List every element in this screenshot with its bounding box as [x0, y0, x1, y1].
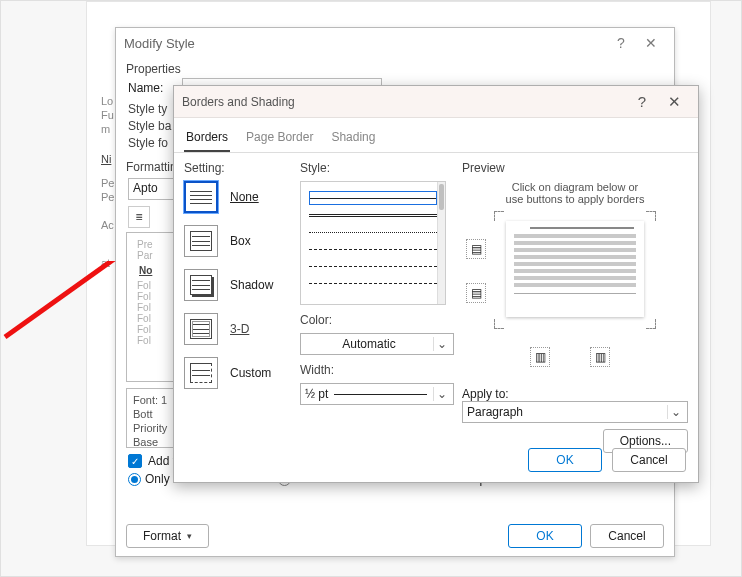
style-label: Style:	[300, 161, 454, 175]
format-button[interactable]: Format	[126, 524, 209, 548]
ok-button[interactable]: OK	[528, 448, 602, 472]
setting-none-icon[interactable]	[184, 181, 218, 213]
color-combo[interactable]: Automatic ⌄	[300, 333, 454, 355]
setting-none-label[interactable]: None	[230, 190, 259, 204]
bg-text: Lo	[101, 95, 113, 107]
corner-marker	[494, 319, 504, 329]
bg-text: at	[101, 257, 110, 269]
preview-label: Preview	[462, 161, 688, 175]
screenshot-root: Lo Fu m Ni Pe Pe Ac at Modify Style ? ✕ …	[0, 0, 742, 577]
color-value: Automatic	[305, 337, 433, 351]
chevron-down-icon: ⌄	[433, 387, 449, 401]
apply-to-combo[interactable]: Paragraph ⌄	[462, 401, 688, 423]
close-icon[interactable]: ✕	[636, 35, 666, 51]
setting-box-label[interactable]: Box	[230, 234, 251, 248]
bg-text: Fu	[101, 109, 114, 121]
bs-tabs: Borders Page Border Shading	[174, 118, 698, 153]
corner-marker	[646, 319, 656, 329]
style-scrollbar[interactable]	[437, 182, 445, 304]
chevron-down-icon: ⌄	[433, 337, 449, 351]
width-label: Width:	[300, 363, 454, 377]
style-list[interactable]	[300, 181, 446, 305]
chevron-down-icon: ⌄	[667, 405, 683, 419]
add-to-gallery-checkbox[interactable]: ✓	[128, 454, 142, 468]
preview-paragraph	[506, 221, 644, 317]
bs-title: Borders and Shading	[182, 95, 626, 109]
setting-3d-label[interactable]: 3-D	[230, 322, 249, 336]
tab-page-border[interactable]: Page Border	[244, 126, 315, 152]
help-button[interactable]: ?	[606, 35, 636, 51]
border-bottom-button[interactable]: ▤	[466, 283, 486, 303]
apply-to-label: Apply to:	[462, 387, 509, 401]
add-to-gallery-label: Add t	[148, 454, 176, 468]
properties-heading: Properties	[116, 58, 674, 76]
border-top-button[interactable]: ▤	[466, 239, 486, 259]
setting-3d-icon[interactable]	[184, 313, 218, 345]
apply-to-value: Paragraph	[467, 405, 667, 419]
align-left-icon[interactable]: ≡	[128, 206, 150, 228]
ok-button[interactable]: OK	[508, 524, 582, 548]
border-right-button[interactable]: ▥	[590, 347, 610, 367]
preview-hint: Click on diagram below or	[462, 181, 688, 193]
bg-text: Pe	[101, 191, 114, 203]
close-icon[interactable]: ✕	[658, 93, 690, 111]
setting-shadow-icon[interactable]	[184, 269, 218, 301]
border-left-button[interactable]: ▥	[530, 347, 550, 367]
modify-style-title: Modify Style	[124, 36, 606, 51]
bg-text: Pe	[101, 177, 114, 189]
corner-marker	[494, 211, 504, 221]
setting-box-icon[interactable]	[184, 225, 218, 257]
setting-custom-icon[interactable]	[184, 357, 218, 389]
preview-diagram[interactable]: ▤ ▤	[462, 211, 662, 341]
color-label: Color:	[300, 313, 454, 327]
width-combo[interactable]: ½ pt ⌄	[300, 383, 454, 405]
preview-hint: use buttons to apply borders	[462, 193, 688, 205]
only-this-doc-radio[interactable]	[128, 473, 141, 486]
width-value: ½ pt	[305, 387, 328, 401]
tab-shading[interactable]: Shading	[329, 126, 377, 152]
modify-style-titlebar: Modify Style ? ✕	[116, 28, 674, 58]
borders-and-shading-dialog: Borders and Shading ? ✕ Borders Page Bor…	[173, 85, 699, 483]
setting-shadow-label[interactable]: Shadow	[230, 278, 273, 292]
bg-text: Ni	[101, 153, 111, 165]
bs-titlebar: Borders and Shading ? ✕	[174, 86, 698, 118]
setting-custom-label[interactable]: Custom	[230, 366, 271, 380]
setting-label: Setting:	[184, 161, 292, 175]
corner-marker	[646, 211, 656, 221]
bg-text: Ac	[101, 219, 114, 231]
bg-text: m	[101, 123, 110, 135]
help-button[interactable]: ?	[626, 93, 658, 110]
cancel-button[interactable]: Cancel	[590, 524, 664, 548]
tab-borders[interactable]: Borders	[184, 126, 230, 152]
width-preview-line	[334, 394, 427, 395]
cancel-button[interactable]: Cancel	[612, 448, 686, 472]
